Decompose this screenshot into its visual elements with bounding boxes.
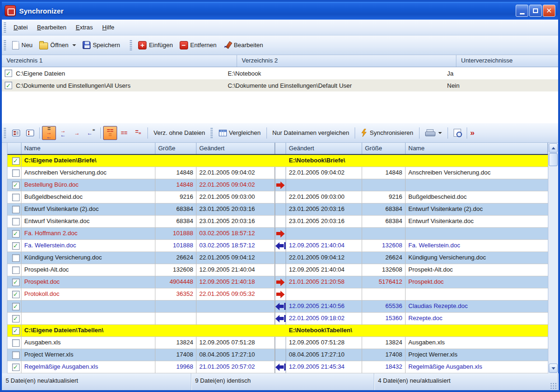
- save-button[interactable]: Speichern: [79, 39, 124, 51]
- file-row[interactable]: Project Werner.xls1740808.04.2005 17:27:…: [7, 349, 548, 361]
- row-checkbox[interactable]: ✓: [12, 303, 20, 310]
- file-row[interactable]: Ausgaben.xls1382412.09.2005 07:51:2812.0…: [7, 337, 548, 349]
- row-checkbox[interactable]: ✓: [12, 279, 20, 286]
- filter-both-directions-button[interactable]: → ←: [56, 126, 70, 140]
- vertical-scrollbar[interactable]: [548, 143, 558, 373]
- file-row[interactable]: Entwurf Visitenkarte.doc6838423.01.2005 …: [7, 216, 548, 228]
- file-date-right: [286, 228, 362, 240]
- file-row[interactable]: ✓Fa. Wellerstein.doc10188803.02.2005 18:…: [7, 240, 548, 252]
- app-icon[interactable]: [5, 5, 16, 16]
- header-unterverzeichnisse[interactable]: Unterverzeichnisse: [456, 55, 558, 67]
- directory-row[interactable]: ✓C:\Eigene DateienE:\NotebookJa: [2, 67, 558, 79]
- file-row[interactable]: ✓Protokoll.doc3635222.01.2005 09:05:32: [7, 288, 548, 301]
- file-row[interactable]: Kündigung Versicherung.doc2662422.01.200…: [7, 252, 548, 264]
- row-checkbox[interactable]: ✓: [12, 182, 20, 189]
- synchronisieren-button[interactable]: Synchronisieren: [357, 127, 416, 139]
- edit-label: Bearbeiten: [234, 42, 263, 49]
- minimize-button[interactable]: [516, 5, 528, 17]
- header-name-left[interactable]: Name: [21, 143, 155, 154]
- menu-item-datei[interactable]: Datei: [9, 22, 32, 33]
- file-row[interactable]: ✓12.09.2005 21:40:5665536Claudias Rezept…: [7, 301, 548, 313]
- menu-item-hilfe[interactable]: Hilfe: [98, 22, 119, 33]
- directory-row[interactable]: ✓C:\Dokumente und Einstellungen\All User…: [2, 79, 558, 91]
- row-checkbox[interactable]: [12, 218, 20, 225]
- header-verzeichnis-2[interactable]: Verzeichnis 2: [237, 55, 456, 67]
- scroll-track[interactable]: [548, 166, 558, 363]
- show-left-panel-button[interactable]: [9, 126, 23, 140]
- row-checkbox[interactable]: ✓: [12, 327, 20, 335]
- menu-grip[interactable]: [4, 22, 6, 33]
- show-equal-size-button[interactable]: ==: [131, 126, 145, 140]
- print-preview-button[interactable]: [450, 127, 464, 139]
- row-checkbox[interactable]: [12, 339, 20, 347]
- maximize-button[interactable]: [529, 5, 542, 17]
- header-size-right[interactable]: Größe: [362, 143, 406, 154]
- row-checkbox[interactable]: [12, 169, 20, 177]
- file-size-left: 101888: [155, 228, 196, 240]
- header-name-right[interactable]: Name: [406, 143, 548, 154]
- menu-item-extras[interactable]: Extras: [71, 22, 98, 33]
- file-date-right: 12.09.2005 21:45:34: [286, 361, 362, 373]
- header-size-left[interactable]: Größe: [155, 143, 196, 154]
- open-button[interactable]: Öffnen: [36, 39, 79, 51]
- header-date-left[interactable]: Geändert: [196, 143, 275, 154]
- edit-button[interactable]: Bearbeiten: [220, 39, 266, 51]
- file-row[interactable]: ✓22.01.2005 09:18:0215360Rezepte.doc: [7, 313, 548, 325]
- file-row[interactable]: ✓Fa. Hoffmann 2.doc10188803.02.2005 18:5…: [7, 228, 548, 240]
- header-verzeichnis-1[interactable]: Verzeichnis 1: [2, 55, 237, 67]
- scroll-down-button[interactable]: [549, 364, 558, 373]
- remove-button[interactable]: − Entfernen: [176, 39, 220, 51]
- close-button[interactable]: ✕: [543, 5, 555, 17]
- scroll-up-button[interactable]: [549, 143, 558, 153]
- file-row[interactable]: Bußgeldbescheid.doc921622.01.2005 09:03:…: [7, 191, 548, 203]
- filter-right-to-left-button[interactable]: ←=: [84, 126, 98, 140]
- row-checkbox[interactable]: ✓: [5, 82, 12, 89]
- header-date-right[interactable]: Geändert: [286, 143, 362, 154]
- verz-ohne-dateien-button[interactable]: Verz. ohne Dateien: [150, 127, 209, 138]
- scroll-thumb[interactable]: [549, 153, 558, 166]
- new-button[interactable]: Neu: [9, 39, 36, 51]
- row-checkbox[interactable]: [12, 206, 20, 213]
- row-checkbox[interactable]: ✓: [12, 157, 20, 165]
- file-row[interactable]: ✓Prospekt.doc490444812.09.2005 21:40:182…: [7, 276, 548, 288]
- insert-button[interactable]: + Einfügen: [135, 39, 176, 51]
- file-name-left: Anschreiben Versicherung.doc: [21, 167, 155, 179]
- row-checkbox[interactable]: ✓: [12, 315, 20, 322]
- file-row[interactable]: ✓Bestellung Büro.doc1484822.01.2005 09:0…: [7, 179, 548, 191]
- filter-all-directions-button[interactable]: = → ←: [42, 126, 56, 140]
- directory-panel: Verzeichnis 1 Verzeichnis 2 Unterverzeic…: [2, 55, 558, 123]
- compare-toolbar-grip[interactable]: [4, 128, 6, 138]
- print-button[interactable]: [422, 127, 445, 139]
- row-checkbox[interactable]: ✓: [12, 291, 20, 298]
- show-identical-button[interactable]: ==: [117, 126, 131, 140]
- show-identical-list-button[interactable]: == =: [103, 126, 117, 140]
- row-checkbox[interactable]: [12, 351, 20, 359]
- row-checkbox[interactable]: [12, 254, 20, 262]
- compare-toolbar-grip-2[interactable]: [210, 128, 213, 138]
- file-checkbox-cell: [7, 252, 21, 264]
- file-row[interactable]: Prospekt-Alt.doc13260812.09.2005 21:40:0…: [7, 264, 548, 276]
- open-dropdown-icon[interactable]: [72, 44, 76, 46]
- row-checkbox[interactable]: ✓: [5, 70, 12, 77]
- file-row[interactable]: Anschreiben Versicherung.doc1484822.01.2…: [7, 167, 548, 179]
- toolbar-overflow-chevron-icon[interactable]: »: [470, 128, 475, 138]
- row-checkbox[interactable]: ✓: [12, 230, 20, 238]
- row-checkbox[interactable]: ✓: [12, 364, 20, 371]
- row-checkbox[interactable]: [12, 194, 20, 201]
- group-row[interactable]: ✓C:\Eigene Dateien\Briefe\E:\Notebook\Br…: [7, 155, 548, 167]
- window-title: Synchronizer: [19, 7, 63, 15]
- nur-dateinamen-button[interactable]: Nur Dateinamen vergleichen: [269, 127, 353, 138]
- print-dropdown-icon[interactable]: [438, 132, 442, 134]
- vergleichen-button[interactable]: Vergleichen: [216, 127, 264, 138]
- row-checkbox[interactable]: ✓: [12, 242, 20, 250]
- show-right-panel-button[interactable]: [23, 126, 37, 140]
- group-row[interactable]: ✓C:\Eigene Dateien\Tabellen\E:\Notebook\…: [7, 325, 548, 337]
- file-row[interactable]: ✓Regelmäßige Ausgaben.xls1996821.01.2005…: [7, 361, 548, 373]
- menu-item-bearbeiten[interactable]: Bearbeiten: [32, 22, 71, 33]
- row-checkbox[interactable]: [12, 266, 20, 274]
- file-row[interactable]: Entwurf Visitenkarte (2).doc6838423.01.2…: [7, 203, 548, 216]
- filter-left-to-right-button[interactable]: →: [70, 126, 84, 140]
- resize-grip[interactable]: [550, 383, 557, 389]
- toolbar-grip-2[interactable]: [130, 40, 132, 50]
- toolbar-grip-1[interactable]: [4, 40, 6, 50]
